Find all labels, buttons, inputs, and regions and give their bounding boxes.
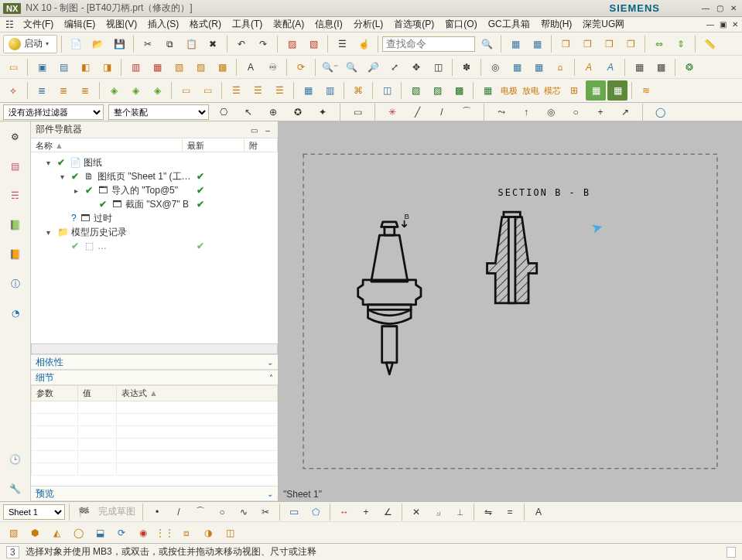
settings-tab-icon[interactable]: ⚙: [3, 125, 28, 149]
info-tab-icon[interactable]: ⓘ: [3, 271, 28, 296]
menu-info[interactable]: 信息(I): [310, 17, 347, 32]
menu-format[interactable]: 格式(R): [185, 17, 226, 32]
nav-menu-button[interactable]: ▭: [249, 126, 260, 135]
details-header[interactable]: 细节˄: [31, 370, 278, 385]
proj2-icon[interactable]: ▦: [147, 57, 167, 77]
abc-icon[interactable]: ⌘: [348, 80, 368, 101]
rect-tool-icon[interactable]: ▭: [284, 502, 304, 522]
extrude-icon[interactable]: ⬓: [90, 523, 110, 543]
menu-edit[interactable]: 编辑(E): [60, 17, 100, 32]
sf-icon2[interactable]: ↖: [238, 102, 258, 122]
zoom-sel-icon[interactable]: ⤢: [385, 57, 405, 77]
sf-icon5[interactable]: ✦: [313, 102, 333, 122]
tile2-icon[interactable]: ▥: [320, 80, 340, 101]
snap-int-icon[interactable]: +: [590, 102, 610, 122]
tree-drawing-root[interactable]: ▾✔📄 图纸: [34, 155, 275, 169]
align-icon[interactable]: ◫: [377, 80, 397, 101]
drawing-canvas[interactable]: SECTION B - B: [279, 121, 742, 501]
pan-icon[interactable]: ✥: [406, 57, 426, 77]
selection-filter-combo[interactable]: 没有选择过滤器: [3, 104, 104, 120]
stack2-icon[interactable]: ☰: [248, 80, 268, 101]
poly-tool-icon[interactable]: ⬠: [306, 502, 326, 522]
menu-customsite[interactable]: 深莞UG网: [578, 17, 629, 32]
doc-min-button[interactable]: —: [705, 19, 716, 30]
menu-window[interactable]: 窗口(O): [440, 17, 481, 32]
layers2-icon[interactable]: ≣: [53, 80, 74, 101]
blue-text-icon[interactable]: A: [600, 57, 621, 77]
shaded-icon[interactable]: ❂: [679, 57, 699, 77]
zoom-fit-icon[interactable]: 🔍⁻: [320, 57, 340, 77]
layer-group-icon[interactable]: ▦: [505, 34, 525, 54]
proj3-icon[interactable]: ▧: [169, 57, 189, 77]
nav-close-button[interactable]: –: [262, 126, 273, 135]
copy-button[interactable]: ⧉: [159, 34, 180, 54]
snap-arc-icon[interactable]: ⌒: [456, 102, 477, 122]
sketch-circle-icon[interactable]: ○: [212, 502, 232, 522]
close-button[interactable]: ✕: [728, 3, 739, 14]
isoview4-icon[interactable]: ❒: [621, 34, 641, 54]
elec-button[interactable]: 电极: [499, 80, 519, 101]
part-navigator-tab-icon[interactable]: ▤: [3, 154, 28, 179]
balloon-icon[interactable]: ♾: [262, 57, 282, 77]
finish-sketch-icon[interactable]: 🏁: [74, 502, 94, 522]
doc-restore-button[interactable]: ▣: [717, 19, 728, 30]
hatch1-icon[interactable]: ▧: [405, 80, 426, 101]
sys-menu-icon[interactable]: ☷: [2, 18, 17, 32]
open-button[interactable]: 📂: [87, 34, 108, 54]
menu-gctoolbox[interactable]: GC工具箱: [484, 17, 535, 32]
constr-tan-icon[interactable]: ⟓: [428, 502, 448, 522]
isoview2-icon[interactable]: ❒: [577, 34, 597, 54]
diag-fill-icon[interactable]: ▧: [303, 34, 323, 54]
search-input[interactable]: [382, 36, 475, 52]
tree-top-view[interactable]: ▸✔🗔 导入的 "Top@5" ✔: [34, 183, 275, 197]
new-button[interactable]: 📄: [66, 34, 86, 54]
sheet-select[interactable]: Sheet 1: [3, 504, 65, 520]
touch-icon[interactable]: ☝: [354, 34, 374, 54]
green-btn1[interactable]: ▦: [586, 80, 606, 101]
hatch2-icon[interactable]: ▨: [427, 80, 447, 101]
detail-grid[interactable]: 参数 值 表达式 ▲: [31, 385, 278, 486]
assembly-nav-tab-icon[interactable]: ☴: [3, 183, 28, 208]
snap-ctr-icon[interactable]: ◎: [541, 102, 561, 122]
cut-button[interactable]: ✂: [138, 34, 158, 54]
grid1-icon[interactable]: ▦: [507, 57, 527, 77]
stack1-icon[interactable]: ☰: [226, 80, 246, 101]
menu-analysis[interactable]: 分析(L): [349, 17, 388, 32]
clock-tab-icon[interactable]: 🕒: [3, 447, 28, 472]
col-param[interactable]: 参数: [32, 386, 78, 401]
zoom-in-icon[interactable]: 🔍: [341, 57, 361, 77]
constr-perp-icon[interactable]: ⟂: [450, 502, 470, 522]
text-tool-icon[interactable]: A: [528, 502, 549, 522]
bool-icon[interactable]: ◑: [198, 523, 218, 543]
layer-group2-icon[interactable]: ▦: [527, 34, 547, 54]
snap-perp-icon[interactable]: ↑: [516, 102, 536, 122]
label1-icon[interactable]: ▭: [176, 80, 196, 101]
tree-section-view[interactable]: ✔🗖 截面 "SX@7" B ✔: [34, 197, 275, 211]
tree-history[interactable]: ▾📁 模型历史记录: [34, 225, 275, 239]
das-button[interactable]: ⊞: [564, 80, 584, 101]
col-value[interactable]: 值: [78, 386, 117, 401]
layers1-icon[interactable]: ≣: [32, 80, 52, 101]
hole-icon[interactable]: ◉: [133, 523, 153, 543]
assembly-filter-combo[interactable]: 整个装配: [108, 104, 209, 120]
chain-icon[interactable]: ⟡: [3, 80, 23, 101]
update-icon[interactable]: ⟳: [291, 57, 311, 77]
cyl-icon[interactable]: ⬢: [25, 523, 45, 543]
save-button[interactable]: 💾: [109, 34, 129, 54]
paste-button[interactable]: 📋: [181, 34, 201, 54]
restore-button[interactable]: ▢: [714, 3, 725, 14]
revolve-icon[interactable]: ⟳: [111, 523, 132, 543]
sketch-point-icon[interactable]: •: [147, 502, 167, 522]
dim-angle-icon[interactable]: ∠: [378, 502, 398, 522]
snap-tan-icon[interactable]: ⤳: [491, 102, 511, 122]
menu-assembly[interactable]: 装配(A): [268, 17, 309, 32]
doc-close-button[interactable]: ✕: [730, 19, 740, 30]
grid-panel2-icon[interactable]: ▩: [651, 57, 671, 77]
render-tab-icon[interactable]: ◔: [3, 301, 28, 326]
col-name[interactable]: 名称 ▲: [31, 138, 183, 152]
snap-sphere-icon[interactable]: ◯: [650, 102, 670, 122]
dependencies-header[interactable]: 相依性⌄: [31, 354, 278, 370]
sf-icon1[interactable]: ⎔: [214, 102, 234, 122]
green-btn2[interactable]: ▦: [607, 80, 627, 101]
tool-tab-icon[interactable]: 🔧: [3, 476, 28, 501]
